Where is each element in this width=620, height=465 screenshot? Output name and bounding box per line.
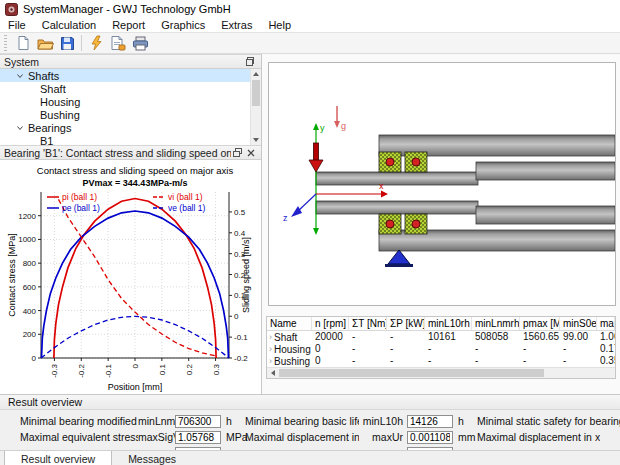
row-expander-icon[interactable]: ›	[269, 332, 272, 342]
tree-item-b1[interactable]: B1	[0, 134, 261, 145]
result-overview-title: Result overview	[8, 396, 82, 408]
tree-item-label: Housing	[40, 96, 80, 108]
svg-text:200: 200	[23, 330, 37, 339]
table-cell: -	[560, 355, 597, 367]
scroll-down-icon[interactable]	[253, 138, 259, 142]
max-sigv-field[interactable]	[175, 431, 221, 444]
system-tree: Shafts Shaft Housing Bushing Bearings	[0, 69, 261, 145]
save-button[interactable]	[56, 33, 78, 53]
table-cell: -	[472, 343, 520, 355]
svg-text:0.2: 0.2	[185, 363, 194, 375]
result-unit: h	[453, 415, 477, 427]
shaft-right-top	[476, 162, 615, 180]
max-ur-field[interactable]	[407, 431, 453, 444]
menu-report[interactable]: Report	[104, 18, 153, 32]
table-cell: -	[387, 355, 425, 367]
menu-calculation[interactable]: Calculation	[34, 18, 104, 32]
svg-text:0.3: 0.3	[212, 363, 221, 375]
column-header: Name	[267, 317, 312, 330]
report-icon	[110, 35, 126, 51]
menu-file[interactable]: File	[0, 18, 34, 32]
tree-item-bushing[interactable]: Bushing	[0, 108, 261, 121]
open-file-icon	[37, 36, 54, 51]
bearing-icon[interactable]	[379, 214, 401, 234]
bearing-icon[interactable]	[379, 152, 401, 172]
min-lnmh-field[interactable]	[175, 415, 221, 428]
toolbar-grip[interactable]	[2, 35, 10, 51]
result-code: minL10h	[359, 415, 403, 427]
tree-item-housing[interactable]: Housing	[0, 95, 261, 108]
bearing-icon[interactable]	[405, 152, 427, 172]
svg-text:Sliding speed [m/s]: Sliding speed [m/s]	[241, 237, 251, 313]
table-cell: 0.35	[597, 355, 615, 367]
svg-text:1000: 1000	[18, 235, 36, 244]
bottom-tab-bar: Result overview Messages	[0, 450, 620, 465]
tree-item-shafts[interactable]: Shafts	[0, 69, 261, 82]
table-horizontal-scrollbar[interactable]	[267, 367, 615, 378]
tree-item-bearings[interactable]: Bearings	[0, 121, 261, 134]
scroll-left-icon[interactable]	[267, 368, 278, 378]
table-row[interactable]: ›Bushing0------0.35	[267, 355, 615, 367]
table-row[interactable]: ›Shaft20000--101615080581560.6599.001.06	[267, 331, 615, 343]
new-file-button[interactable]	[12, 33, 34, 53]
svg-text:Contact stress [MPa]: Contact stress [MPa]	[7, 233, 17, 317]
chevron-down-icon[interactable]	[16, 124, 28, 132]
svg-text:x: x	[379, 181, 384, 191]
scroll-up-icon[interactable]	[253, 72, 259, 76]
svg-text:PVmax = 344.43MPa-m/s: PVmax = 344.43MPa-m/s	[83, 178, 188, 188]
table-cell: 0.17	[597, 343, 615, 355]
row-expander-icon[interactable]: ›	[269, 344, 272, 354]
dock-pin-icon[interactable]	[244, 56, 257, 68]
report-button[interactable]	[107, 33, 129, 53]
table-cell: -	[425, 343, 472, 355]
open-file-button[interactable]	[34, 33, 56, 53]
svg-text:400: 400	[23, 307, 37, 316]
table-cell: -	[520, 343, 560, 355]
svg-text:0: 0	[131, 363, 140, 368]
row-expander-icon[interactable]: ›	[269, 356, 272, 366]
column-header: ΣP [kW]	[387, 317, 425, 330]
table-row[interactable]: ›Housing0------0.17	[267, 343, 615, 355]
float-window-icon[interactable]	[231, 147, 244, 159]
print-button[interactable]	[129, 33, 151, 53]
svg-text:pi (ball 1): pi (ball 1)	[62, 192, 97, 202]
chart-panel-header: Bearing 'B1': Contact stress and sliding…	[0, 145, 261, 160]
scrollbar-thumb[interactable]	[252, 80, 260, 106]
menu-help[interactable]: Help	[260, 18, 299, 32]
shaft-left-top	[316, 172, 478, 185]
tree-scrollbar[interactable]	[250, 69, 261, 145]
chevron-down-icon[interactable]	[16, 72, 28, 80]
min-l10h-field[interactable]	[407, 415, 453, 428]
bearing-icon[interactable]	[405, 214, 427, 234]
table-cell: -	[349, 343, 387, 355]
result-code: minLnmh	[138, 415, 170, 427]
menu-extras[interactable]: Extras	[213, 18, 260, 32]
column-header: maxSigV	[597, 317, 615, 330]
result-code: maxSigV	[138, 431, 170, 443]
column-header: n [rpm]	[312, 317, 349, 330]
shaft-drawing-canvas: g y	[268, 62, 616, 306]
scrollbar-thumb[interactable]	[279, 369, 544, 377]
tree-item-shaft[interactable]: Shaft	[0, 82, 261, 95]
close-icon[interactable]	[244, 147, 257, 159]
table-cell: -	[472, 355, 520, 367]
table-cell: 10161	[425, 331, 472, 343]
menu-graphics[interactable]: Graphics	[153, 18, 213, 32]
table-cell: 1.06	[597, 331, 615, 343]
table-cell: -	[425, 355, 472, 367]
tree-item-label: Shafts	[28, 70, 59, 82]
table-cell: 1560.65	[520, 331, 560, 343]
svg-text:g: g	[341, 121, 346, 131]
gravity-arrow: g	[334, 106, 346, 131]
result-label: Minimal bearing basic life	[245, 415, 359, 427]
tab-result-overview[interactable]: Result overview	[4, 451, 112, 465]
support-icon[interactable]	[385, 250, 413, 267]
svg-text:600: 600	[23, 283, 37, 292]
tab-messages[interactable]: Messages	[112, 451, 192, 465]
window-title: SystemManager - GWJ Technology GmbH	[23, 3, 231, 15]
print-icon	[132, 36, 149, 51]
contact-stress-chart: 020040060080010001200-0.2-0.100.10.20.30…	[5, 162, 257, 394]
table-cell: -	[520, 355, 560, 367]
calculate-button[interactable]	[85, 33, 107, 53]
results-table-body: ›Shaft20000--101615080581560.6599.001.06…	[267, 331, 615, 367]
